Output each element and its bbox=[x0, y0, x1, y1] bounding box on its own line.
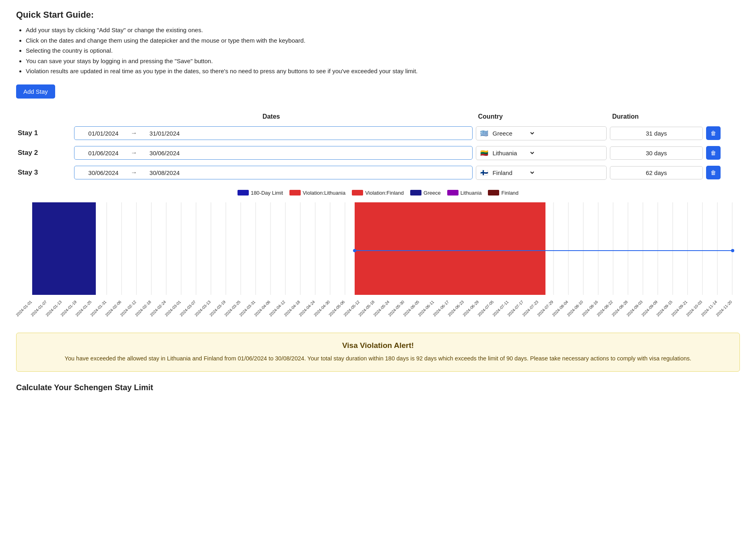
chart-svg: 2024-01-01 2024-01-07 2024-01-13 2024-01… bbox=[16, 198, 740, 323]
violation-alert: Visa Violation Alert! You have exceeded … bbox=[16, 333, 740, 372]
quick-start-title: Quick Start Guide: bbox=[16, 10, 740, 20]
chart-container: 180-Day Limit Violation:Lithuania Violat… bbox=[16, 190, 740, 323]
x-axis-labels: 2024-01-01 2024-01-07 2024-01-13 2024-01… bbox=[16, 299, 733, 317]
arrow-separator: → bbox=[131, 169, 137, 176]
stay-3-date-range[interactable]: → bbox=[74, 166, 473, 179]
stay-1-duration: 31 days bbox=[610, 127, 703, 140]
header-dates: Dates bbox=[72, 110, 474, 123]
stay-1-end-date[interactable] bbox=[140, 130, 189, 137]
legend-label-180day: 180-Day Limit bbox=[251, 190, 283, 196]
violation-alert-title: Visa Violation Alert! bbox=[29, 341, 727, 350]
stay-2-duration: 30 days bbox=[610, 146, 703, 160]
stay-2-date-range[interactable]: → bbox=[74, 146, 473, 160]
stay-3-duration: 62 days bbox=[610, 166, 703, 179]
stay-1-country-select[interactable]: 🇬🇷 Greece Lithuania Finland bbox=[476, 126, 607, 140]
legend-label-violation-lithuania: Violation:Lithuania bbox=[303, 190, 345, 196]
legend-item-violation-finland: Violation:Finland bbox=[352, 190, 404, 196]
stay-2-label: Stay 2 bbox=[18, 149, 43, 156]
quick-start-item-2: Click on the dates and change them using… bbox=[26, 35, 740, 46]
limit-line-dot-left bbox=[353, 249, 356, 252]
legend-label-finland: Finland bbox=[501, 190, 518, 196]
table-row: Stay 2 → 🇱🇹 Greece Lithuania Finland bbox=[16, 143, 740, 163]
legend-color-violation-finland bbox=[352, 190, 363, 195]
stay-2-delete-button[interactable] bbox=[706, 146, 721, 160]
stay-1-flag: 🇬🇷 bbox=[480, 130, 488, 137]
stay-3-delete-button[interactable] bbox=[706, 166, 721, 179]
quick-start-item-4: You can save your stays by logging in an… bbox=[26, 56, 740, 66]
legend-item-violation-lithuania: Violation:Lithuania bbox=[289, 190, 345, 196]
header-country: Country bbox=[474, 110, 608, 123]
stay-3-end-date[interactable] bbox=[140, 169, 189, 176]
stay-1-country-dropdown[interactable]: Greece Lithuania Finland bbox=[491, 130, 535, 137]
quick-start-item-5: Violation results are updated in real ti… bbox=[26, 66, 740, 76]
stays-table: Dates Country Duration Stay 1 → 🇬🇷 bbox=[16, 110, 740, 183]
legend-item-greece: Greece bbox=[410, 190, 441, 196]
chart-svg-wrapper: 2024-01-01 2024-01-07 2024-01-13 2024-01… bbox=[16, 198, 740, 323]
violation-alert-message: You have exceeded the allowed stay in Li… bbox=[29, 354, 727, 363]
trash-icon bbox=[711, 149, 716, 156]
legend-label-lithuania: Lithuania bbox=[461, 190, 482, 196]
add-stay-button[interactable]: Add Stay bbox=[16, 84, 55, 99]
trash-icon bbox=[711, 169, 716, 176]
header-duration: Duration bbox=[608, 110, 704, 123]
legend-item-finland: Finland bbox=[488, 190, 518, 196]
stay-2-country-dropdown[interactable]: Greece Lithuania Finland bbox=[491, 149, 535, 157]
quick-start-item-3: Selecting the country is optional. bbox=[26, 45, 740, 56]
limit-line-dot-right bbox=[731, 249, 734, 252]
violation-bar bbox=[355, 202, 545, 295]
chart-legend: 180-Day Limit Violation:Lithuania Violat… bbox=[16, 190, 740, 196]
legend-color-finland bbox=[488, 190, 499, 195]
stay-1-date-range[interactable]: → bbox=[74, 126, 473, 140]
legend-label-greece: Greece bbox=[423, 190, 441, 196]
svg-text:2024-11-20: 2024-11-20 bbox=[715, 299, 733, 317]
quick-start-item-1: Add your stays by clicking "Add Stay" or… bbox=[26, 25, 740, 35]
arrow-separator: → bbox=[131, 149, 137, 156]
legend-item-180day: 180-Day Limit bbox=[238, 190, 283, 196]
stay-3-country-select[interactable]: 🇫🇮 Greece Lithuania Finland bbox=[476, 166, 607, 180]
legend-color-lithuania bbox=[447, 190, 459, 195]
stay-1-start-date[interactable] bbox=[79, 130, 128, 137]
stay-3-label: Stay 3 bbox=[18, 169, 43, 176]
greece-bar bbox=[32, 202, 96, 295]
legend-color-greece bbox=[410, 190, 421, 195]
trash-icon bbox=[711, 130, 716, 137]
arrow-separator: → bbox=[131, 130, 137, 137]
stay-3-country-dropdown[interactable]: Greece Lithuania Finland bbox=[491, 169, 535, 177]
stay-3-start-date[interactable] bbox=[79, 169, 128, 176]
table-row: Stay 3 → 🇫🇮 Greece Lithuania Finland bbox=[16, 163, 740, 183]
legend-color-180day bbox=[238, 190, 249, 195]
legend-item-lithuania: Lithuania bbox=[447, 190, 482, 196]
stay-2-end-date[interactable] bbox=[140, 150, 189, 156]
next-section-title: Calculate Your Schengen Stay Limit bbox=[16, 383, 740, 392]
stay-2-flag: 🇱🇹 bbox=[480, 149, 488, 157]
stay-1-label: Stay 1 bbox=[18, 129, 43, 137]
stay-2-start-date[interactable] bbox=[79, 150, 128, 156]
legend-color-violation-lithuania bbox=[289, 190, 301, 195]
quick-start-list: Add your stays by clicking "Add Stay" or… bbox=[26, 25, 740, 76]
stay-3-flag: 🇫🇮 bbox=[480, 169, 488, 177]
table-row: Stay 1 → 🇬🇷 Greece Lithuania Finland bbox=[16, 123, 740, 143]
stay-2-country-select[interactable]: 🇱🇹 Greece Lithuania Finland bbox=[476, 146, 607, 160]
stay-1-delete-button[interactable] bbox=[706, 126, 721, 140]
legend-label-violation-finland: Violation:Finland bbox=[365, 190, 404, 196]
